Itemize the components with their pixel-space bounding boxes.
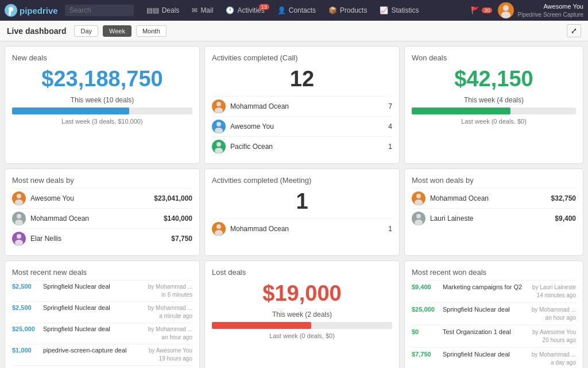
flag-icon: 🚩: [471, 6, 479, 14]
nav-label-products: Products: [340, 6, 367, 14]
list-item: $7,750 Springfield Nuclear deal by Moham…: [412, 347, 576, 368]
user-area[interactable]: Awesome You Pipedrive Screen Capture: [498, 2, 583, 18]
new-deals-week: This week (10 deals): [12, 96, 192, 104]
mail-icon: ✉: [192, 6, 198, 14]
svg-point-12: [15, 200, 23, 205]
person-name: Mohammad Ocean: [230, 102, 384, 110]
svg-point-4: [501, 12, 510, 18]
deal-by: by Awesome You19 hours ago: [149, 347, 192, 363]
month-button[interactable]: Month: [136, 25, 167, 37]
won-amount: $7,750: [412, 351, 439, 358]
svg-point-22: [415, 220, 423, 225]
activities-call-card: Activities completed (Call) 12 Mohammad …: [204, 46, 400, 164]
nav-item-activities[interactable]: 🕐 13 Activities: [220, 3, 270, 18]
svg-point-20: [415, 200, 423, 205]
svg-point-13: [17, 214, 21, 218]
won-by: by Lauri Laineste14 minutes ago: [532, 283, 576, 300]
svg-point-8: [215, 128, 223, 133]
svg-point-19: [416, 194, 421, 198]
won-amount: $9,400: [412, 283, 439, 290]
statistics-icon: 📈: [380, 6, 388, 14]
lost-deals-progress-wrap: [212, 322, 392, 329]
products-icon: 📦: [328, 6, 337, 14]
top-navigation: pipedrive ▤▤ Deals ✉ Mail 🕐 13 Activitie…: [0, 0, 588, 21]
new-deals-card: New deals $23,188,750 This week (10 deal…: [5, 46, 200, 164]
nav-label-contacts: Contacts: [289, 6, 316, 14]
person-avatar: [212, 120, 226, 133]
recent-won-deals-list: $9,400 Marketing campaigns for Q2 by Lau…: [412, 280, 576, 368]
deal-name: Springfield Nuclear deal: [43, 304, 145, 311]
activities-meeting-count: 1: [212, 189, 392, 214]
person-value: $9,400: [555, 214, 576, 223]
person-row: Pacific Ocean 1: [212, 136, 392, 156]
most-recent-new-card: Most recent new deals $2,500 Springfield…: [5, 260, 200, 368]
won-deals-last-week: Last week (0 deals, $0): [412, 118, 576, 125]
won-amount: $25,000: [412, 306, 439, 313]
week-button[interactable]: Week: [103, 25, 131, 37]
deal-amount: $2,500: [12, 283, 40, 290]
person-value: $140,000: [164, 214, 192, 223]
avatar: [498, 2, 514, 18]
person-value: $23,041,000: [154, 194, 192, 202]
person-row: Awesome You $23,041,000: [12, 188, 192, 208]
person-row: Lauri Laineste $9,400: [412, 208, 576, 228]
flag-area[interactable]: 🚩 30: [471, 6, 492, 14]
person-name: Mohammad Ocean: [430, 194, 547, 202]
expand-button[interactable]: ⤢: [567, 24, 581, 37]
nav-items: ▤▤ Deals ✉ Mail 🕐 13 Activities 👤 Contac…: [141, 3, 469, 18]
won-deals-progress-bar: [412, 108, 510, 114]
most-recent-won-card: Most recent won deals $9,400 Marketing c…: [404, 260, 583, 368]
svg-rect-2: [9, 11, 11, 16]
list-item: $9,400 Marketing campaigns for Q2 by Lau…: [412, 280, 576, 302]
nav-item-contacts[interactable]: 👤 Contacts: [272, 3, 322, 18]
nav-item-deals[interactable]: ▤▤ Deals: [141, 3, 185, 18]
activities-meeting-title: Activities completed (Meeting): [212, 176, 392, 185]
activities-call-count: 12: [212, 67, 392, 91]
person-value: $7,750: [171, 235, 192, 243]
won-name: Marketing campaigns for Q2: [443, 283, 529, 290]
deal-by: by Mohammad ...a minute ago: [148, 304, 192, 320]
nav-item-statistics[interactable]: 📈 Statistics: [374, 3, 424, 18]
won-deals-title: Won deals: [412, 53, 576, 62]
svg-point-5: [216, 102, 221, 106]
person-name: Awesome You: [30, 194, 149, 202]
svg-point-9: [216, 142, 221, 147]
activities-call-title: Activities completed (Call): [212, 53, 392, 62]
svg-point-11: [17, 194, 21, 198]
svg-point-14: [15, 220, 23, 225]
person-avatar: [212, 99, 226, 113]
svg-point-6: [215, 108, 223, 113]
nav-right: 🚩 30 Awesome You Pipedrive Screen Captur…: [471, 2, 583, 18]
list-item: $25,000 Springfield Nuclear deal by Moha…: [412, 302, 576, 325]
activities-badge: 13: [259, 4, 269, 10]
person-value: $32,750: [551, 194, 576, 202]
recent-new-deals-list: $2,500 Springfield Nuclear deal by Moham…: [12, 280, 192, 368]
person-avatar: [412, 191, 425, 205]
day-button[interactable]: Day: [74, 25, 98, 37]
lost-deals-title: Lost deals: [212, 268, 392, 277]
won-deals-progress-wrap: [412, 108, 576, 114]
contacts-icon: 👤: [277, 6, 286, 14]
nav-label-deals: Deals: [162, 6, 180, 14]
logo[interactable]: pipedrive: [5, 4, 58, 17]
nav-item-mail[interactable]: ✉ Mail: [186, 3, 219, 18]
nav-label-statistics: Statistics: [391, 6, 419, 14]
new-deals-progress-bar: [12, 108, 129, 114]
deal-amount: $2,500: [12, 304, 40, 311]
deal-name: pipedrive-screen-capture deal: [43, 347, 145, 354]
most-new-deals-card: Most new deals by Awesome You $23,041,00…: [5, 168, 200, 256]
deal-amount: $1,000: [12, 347, 40, 354]
most-new-deals-title: Most new deals by: [12, 176, 192, 185]
person-avatar: [412, 212, 425, 225]
dashboard: New deals $23,188,750 This week (10 deal…: [0, 41, 588, 368]
sub-navigation: Live dashboard Day Week Month ⤢: [0, 21, 588, 41]
list-item: $25,000 Springfield Nuclear deal by Moha…: [12, 323, 192, 344]
won-deals-amount: $42,150: [412, 67, 576, 91]
list-item: $20,000 Erica Feidner deal by Awesome Yo…: [12, 365, 192, 368]
won-by: by Awesome You20 hours ago: [532, 328, 576, 344]
flag-badge: 30: [482, 7, 492, 13]
deal-name: Springfield Nuclear deal: [43, 325, 145, 332]
search-input[interactable]: [65, 5, 134, 16]
person-name: Lauri Laineste: [430, 214, 550, 223]
nav-item-products[interactable]: 📦 Products: [323, 3, 373, 18]
